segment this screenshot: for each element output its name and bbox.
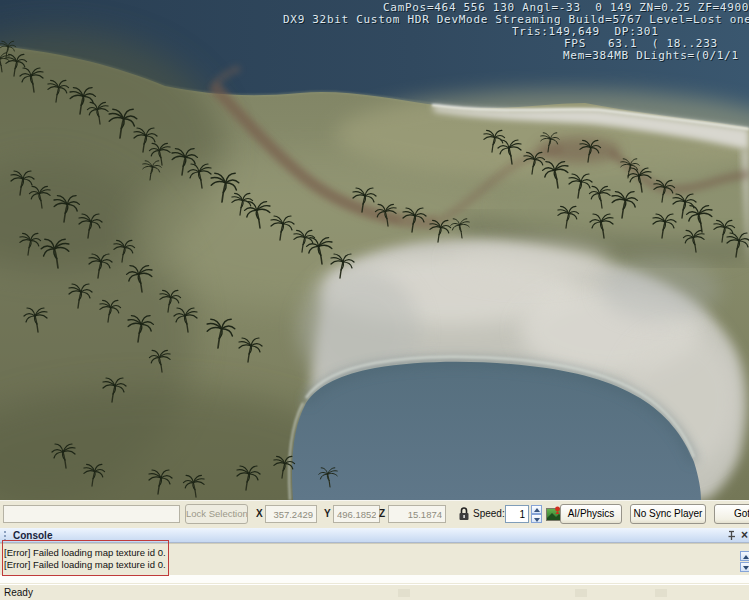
drag-grip-icon[interactable] [3, 530, 8, 540]
hud-mem-line: Mem=384MB DLights=(0/1/1 [563, 50, 739, 62]
console-panel: Console × [Error] Failed loading map tex… [0, 527, 749, 584]
pin-icon[interactable] [727, 530, 737, 541]
goto-position-button[interactable]: Goto p [714, 504, 749, 524]
statusbar-divider [655, 589, 667, 597]
editor-toolbar: Lock Selection X Y Z Speed: AI/Physics N… [0, 500, 749, 527]
lock-selection-button[interactable]: Lock Selection [185, 504, 248, 524]
error-highlight-annotation [2, 540, 169, 576]
console-empty-row [0, 575, 749, 583]
z-coordinate-field[interactable] [388, 505, 446, 523]
speed-label: Speed: [473, 508, 505, 519]
no-sync-player-button[interactable]: No Sync Player [630, 504, 706, 524]
statusbar-divider [398, 589, 410, 597]
statusbar-divider [575, 589, 587, 597]
speed-input[interactable] [505, 505, 529, 523]
speed-spin-up[interactable] [531, 505, 542, 514]
selection-name-field[interactable] [3, 505, 180, 523]
close-icon[interactable]: × [741, 528, 748, 542]
scroll-up-icon[interactable] [740, 551, 749, 561]
lock-icon [458, 506, 470, 521]
editor-window: CamPos=464 556 130 Angl=-33 0 149 ZN=0.2… [0, 0, 749, 600]
x-label: X [256, 508, 263, 519]
speed-spin-down[interactable] [531, 514, 542, 523]
viewport-3d[interactable]: CamPos=464 556 130 Angl=-33 0 149 ZN=0.2… [0, 0, 749, 500]
z-label: Z [379, 508, 385, 519]
statusbar: Ready [0, 584, 749, 600]
y-coordinate-field[interactable] [333, 505, 380, 523]
y-label: Y [324, 508, 331, 519]
status-ready-label: Ready [4, 587, 33, 598]
x-coordinate-field[interactable] [265, 505, 317, 523]
terrain-scene [0, 0, 749, 500]
scroll-down-icon[interactable] [740, 562, 749, 572]
ai-physics-button[interactable]: AI/Physics [560, 504, 622, 524]
